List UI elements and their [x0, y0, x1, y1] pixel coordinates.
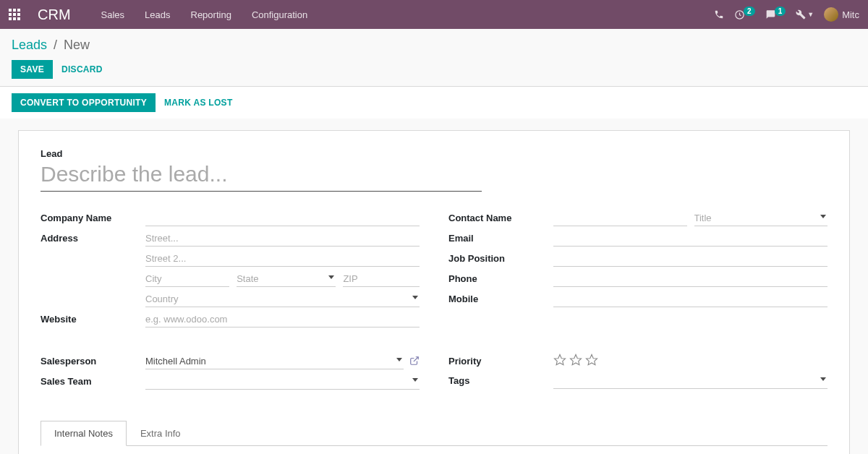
nav-menu: Sales Leads Reporting Configuration — [91, 2, 318, 27]
lead-label: Lead — [41, 148, 827, 159]
svg-marker-2 — [571, 355, 582, 365]
chat-badge: 1 — [775, 7, 786, 16]
action-buttons: SAVE DISCARD — [12, 60, 856, 79]
priority-label: Priority — [448, 354, 553, 367]
nav-menu-reporting[interactable]: Reporting — [181, 2, 242, 27]
user-menu[interactable]: Mitc — [824, 7, 859, 22]
tags-input[interactable] — [553, 373, 827, 389]
navbar-right: 2 1 ▼ Mitc — [714, 7, 859, 22]
star-icon[interactable] — [585, 354, 598, 369]
chat-icon[interactable]: 1 — [765, 9, 786, 20]
company-name-input[interactable] — [145, 210, 420, 226]
lead-name-input[interactable] — [41, 160, 482, 192]
external-link-icon[interactable] — [409, 356, 420, 368]
activity-icon[interactable]: 2 — [734, 9, 755, 20]
salesperson-input[interactable] — [145, 354, 404, 369]
left-column: Company Name Address — [41, 210, 420, 332]
left-column-2: Salesperson Sales Team — [41, 354, 420, 394]
breadcrumb-sep: / — [54, 38, 57, 52]
sales-team-label: Sales Team — [41, 374, 145, 387]
address-label: Address — [41, 231, 145, 244]
email-label: Email — [448, 231, 553, 244]
avatar — [824, 7, 838, 22]
right-column: Contact Name Email Job Position — [448, 210, 827, 332]
street-input[interactable] — [145, 231, 420, 247]
form-view: Lead Company Name Address — [0, 119, 868, 454]
breadcrumb-current: New — [64, 38, 90, 52]
nav-menu-leads[interactable]: Leads — [135, 2, 180, 27]
mobile-label: Mobile — [448, 291, 553, 304]
website-input[interactable] — [145, 312, 420, 327]
mobile-input[interactable] — [553, 291, 827, 307]
city-input[interactable] — [145, 271, 229, 287]
status-bar: CONVERT TO OPPORTUNITY MARK AS LOST — [0, 87, 868, 119]
username: Mitc — [842, 9, 859, 20]
convert-opportunity-button[interactable]: CONVERT TO OPPORTUNITY — [12, 93, 156, 112]
right-column-2: Priority Tags — [448, 354, 827, 394]
mark-lost-button[interactable]: MARK AS LOST — [164, 98, 233, 108]
nav-menu-configuration[interactable]: Configuration — [242, 2, 318, 27]
control-panel: Leads / New SAVE DISCARD — [0, 29, 868, 87]
form-sheet: Lead Company Name Address — [18, 130, 850, 454]
state-input[interactable] — [237, 271, 336, 287]
apps-icon[interactable] — [9, 9, 20, 20]
form-section-2: Salesperson Sales Team — [41, 354, 827, 394]
street2-input[interactable] — [145, 251, 420, 267]
tab-headers: Internal Notes Extra Info — [41, 420, 827, 446]
debug-icon[interactable]: ▼ — [796, 9, 814, 20]
sales-team-input[interactable] — [145, 374, 420, 390]
breadcrumb: Leads / New — [12, 38, 856, 53]
phone-input[interactable] — [553, 271, 827, 287]
top-navbar: CRM Sales Leads Reporting Configuration … — [0, 0, 868, 29]
tab-internal-notes[interactable]: Internal Notes — [41, 421, 127, 446]
email-input[interactable] — [553, 231, 827, 247]
website-label: Website — [41, 312, 145, 325]
save-button[interactable]: SAVE — [12, 60, 53, 79]
discard-button[interactable]: DISCARD — [61, 64, 103, 74]
svg-marker-3 — [587, 355, 597, 365]
phone-icon[interactable] — [714, 9, 724, 20]
job-position-input[interactable] — [553, 251, 827, 267]
navbar-left: CRM Sales Leads Reporting Configuration — [9, 2, 318, 27]
contact-name-input[interactable] — [553, 210, 687, 226]
app-brand[interactable]: CRM — [38, 7, 71, 23]
zip-input[interactable] — [343, 271, 420, 287]
job-position-label: Job Position — [448, 251, 553, 264]
star-icon[interactable] — [553, 354, 566, 369]
svg-marker-1 — [555, 355, 566, 365]
salesperson-label: Salesperson — [41, 354, 145, 367]
tags-label: Tags — [448, 373, 553, 386]
tab-extra-info[interactable]: Extra Info — [127, 421, 195, 446]
phone-label: Phone — [448, 271, 553, 284]
notebook: Internal Notes Extra Info — [41, 420, 827, 446]
contact-name-label: Contact Name — [448, 210, 553, 223]
star-icon[interactable] — [569, 354, 582, 369]
company-name-label: Company Name — [41, 210, 145, 223]
nav-menu-sales[interactable]: Sales — [91, 2, 135, 27]
title-input[interactable] — [694, 210, 828, 226]
form-columns: Company Name Address — [41, 210, 827, 332]
country-input[interactable] — [145, 291, 420, 307]
breadcrumb-parent[interactable]: Leads — [12, 38, 47, 52]
activity-badge: 2 — [744, 7, 755, 16]
